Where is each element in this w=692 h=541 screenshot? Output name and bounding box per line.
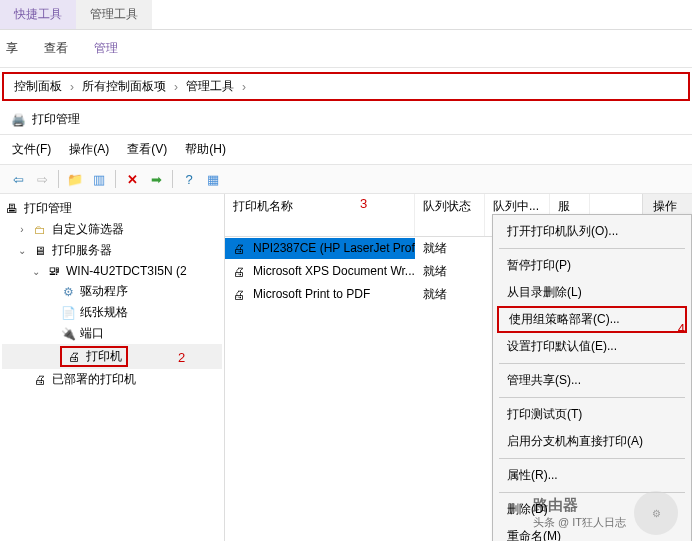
help-button[interactable]: ? — [179, 169, 199, 189]
paper-icon: 📄 — [60, 305, 76, 321]
menu-share[interactable]: 享 — [6, 40, 18, 57]
watermark-brand: 路由器 — [533, 496, 626, 515]
tree-label: 已部署的打印机 — [52, 371, 136, 388]
list-pane: 打印机名称 队列状态 队列中... 服务 操作 3 🖨NPI2387CE (HP… — [225, 194, 692, 541]
tree-label: 端口 — [80, 325, 104, 342]
tree-label: 纸张规格 — [80, 304, 128, 321]
annotation-box-2: 🖨打印机 — [60, 346, 128, 367]
col-queue-status[interactable]: 队列状态 — [415, 194, 485, 236]
chevron-right-icon: › — [172, 80, 180, 94]
cell-text: NPI2387CE (HP LaserJet Prof... — [253, 241, 415, 255]
show-hide-tree-button[interactable]: ▥ — [89, 169, 109, 189]
menu-view[interactable]: 查看 — [44, 40, 68, 57]
tree-forms[interactable]: 📄纸张规格 — [2, 302, 222, 323]
tree-ports[interactable]: 🔌端口 — [2, 323, 222, 344]
menu-pause[interactable]: 暂停打印(P) — [493, 252, 691, 279]
separator — [499, 363, 685, 364]
port-icon: 🔌 — [60, 326, 76, 342]
watermark: 路由器 头条 @ IT狂人日志 ⚙ — [533, 491, 678, 535]
bc-admin-tools[interactable]: 管理工具 — [180, 76, 240, 97]
menu-manage[interactable]: 管理 — [94, 40, 118, 57]
separator — [58, 170, 59, 188]
breadcrumb[interactable]: 控制面板 › 所有控制面板项 › 管理工具 › 1 — [2, 72, 690, 101]
tree-servers[interactable]: ⌄🖥打印服务器 — [2, 240, 222, 261]
printer-icon: 🖨 — [66, 349, 82, 365]
separator — [172, 170, 173, 188]
chevron-right-icon: › — [240, 80, 248, 94]
delete-button[interactable]: ✕ — [122, 169, 142, 189]
expand-icon[interactable]: › — [16, 224, 28, 235]
back-button[interactable]: ⇦ — [8, 169, 28, 189]
menu-test-page[interactable]: 打印测试页(T) — [493, 401, 691, 428]
menu-properties[interactable]: 属性(R)... — [493, 462, 691, 489]
tree-label: 自定义筛选器 — [52, 221, 124, 238]
driver-icon: ⚙ — [60, 284, 76, 300]
tree-root-label: 打印管理 — [24, 200, 72, 217]
separator — [499, 458, 685, 459]
collapse-icon[interactable]: ⌄ — [30, 266, 42, 277]
menu-deploy-gpo[interactable]: 使用组策略部署(C)... — [497, 306, 687, 333]
tree-drivers[interactable]: ⚙驱动程序 — [2, 281, 222, 302]
computer-icon: 🖳 — [46, 263, 62, 279]
watermark-text: 路由器 头条 @ IT狂人日志 — [533, 496, 626, 530]
tree-server-node[interactable]: ⌄🖳WIN-4U2TDCT3I5N (2 — [2, 261, 222, 281]
tab-quick-tools[interactable]: 快捷工具 — [0, 0, 76, 29]
printer-name-cell: 🖨Microsoft Print to PDF — [225, 284, 415, 305]
menu-help[interactable]: 帮助(H) — [185, 141, 226, 158]
menu-remove-from-dir[interactable]: 从目录删除(L) — [493, 279, 691, 306]
deployed-printer-icon: 🖨 — [32, 372, 48, 388]
tree-filters[interactable]: ›🗀自定义筛选器 — [2, 219, 222, 240]
mmc-title-bar: 🖨️ 打印管理 — [0, 105, 692, 135]
tree-pane: 🖶打印管理 ›🗀自定义筛选器 ⌄🖥打印服务器 ⌄🖳WIN-4U2TDCT3I5N… — [0, 194, 225, 541]
properties-button[interactable]: ▦ — [203, 169, 223, 189]
refresh-button[interactable]: ➡ — [146, 169, 166, 189]
tree-label: 打印机 — [86, 348, 122, 365]
print-management-icon: 🖨️ — [10, 112, 26, 128]
watermark-byline: 头条 @ IT狂人日志 — [533, 515, 626, 530]
main-pane: 🖶打印管理 ›🗀自定义筛选器 ⌄🖥打印服务器 ⌄🖳WIN-4U2TDCT3I5N… — [0, 194, 692, 541]
annotation-3: 3 — [360, 196, 367, 211]
bc-control-panel[interactable]: 控制面板 — [8, 76, 68, 97]
menu-file[interactable]: 文件(F) — [12, 141, 51, 158]
status-cell: 就绪 — [415, 237, 485, 260]
forward-button: ⇨ — [32, 169, 52, 189]
separator — [115, 170, 116, 188]
menu-open-queue[interactable]: 打开打印机队列(O)... — [493, 218, 691, 245]
mmc-title: 打印管理 — [32, 111, 80, 128]
status-cell: 就绪 — [415, 260, 485, 283]
collapse-icon[interactable]: ⌄ — [16, 245, 28, 256]
menu-action[interactable]: 操作(A) — [69, 141, 109, 158]
cell-text: Microsoft Print to PDF — [253, 287, 370, 301]
tree-root[interactable]: 🖶打印管理 — [2, 198, 222, 219]
printer-name-cell: 🖨Microsoft XPS Document Wr... — [225, 261, 415, 282]
printer-icon: 🖨 — [233, 288, 249, 302]
tree-printers[interactable]: 🖨打印机 — [2, 344, 222, 369]
col-printer-name[interactable]: 打印机名称 — [225, 194, 415, 236]
menu-branch-print[interactable]: 启用分支机构直接打印(A) — [493, 428, 691, 455]
tree-deployed[interactable]: 🖨已部署的打印机 — [2, 369, 222, 390]
printer-name-cell: 🖨NPI2387CE (HP LaserJet Prof... — [225, 238, 415, 259]
cell-text: Microsoft XPS Document Wr... — [253, 264, 415, 278]
folder-icon: 🗀 — [32, 222, 48, 238]
tab-manage-tools[interactable]: 管理工具 — [76, 0, 152, 29]
bc-all-items[interactable]: 所有控制面板项 — [76, 76, 172, 97]
menu-manage-sharing[interactable]: 管理共享(S)... — [493, 367, 691, 394]
printer-icon: 🖨 — [233, 265, 249, 279]
tree-label: WIN-4U2TDCT3I5N (2 — [66, 264, 187, 278]
separator — [499, 248, 685, 249]
explorer-menu: 享 查看 管理 — [0, 30, 692, 68]
up-button[interactable]: 📁 — [65, 169, 85, 189]
mmc-menu: 文件(F) 操作(A) 查看(V) 帮助(H) — [0, 135, 692, 164]
annotation-2: 2 — [178, 350, 185, 365]
ribbon-tabs: 快捷工具 管理工具 — [0, 0, 692, 30]
print-management-icon: 🖶 — [4, 201, 20, 217]
chevron-right-icon: › — [68, 80, 76, 94]
status-cell: 就绪 — [415, 283, 485, 306]
server-icon: 🖥 — [32, 243, 48, 259]
menu-view[interactable]: 查看(V) — [127, 141, 167, 158]
toolbar: ⇦ ⇨ 📁 ▥ ✕ ➡ ? ▦ — [0, 164, 692, 194]
router-icon: ⚙ — [634, 491, 678, 535]
separator — [499, 397, 685, 398]
tree-label: 驱动程序 — [80, 283, 128, 300]
menu-print-defaults[interactable]: 设置打印默认值(E)... — [493, 333, 691, 360]
